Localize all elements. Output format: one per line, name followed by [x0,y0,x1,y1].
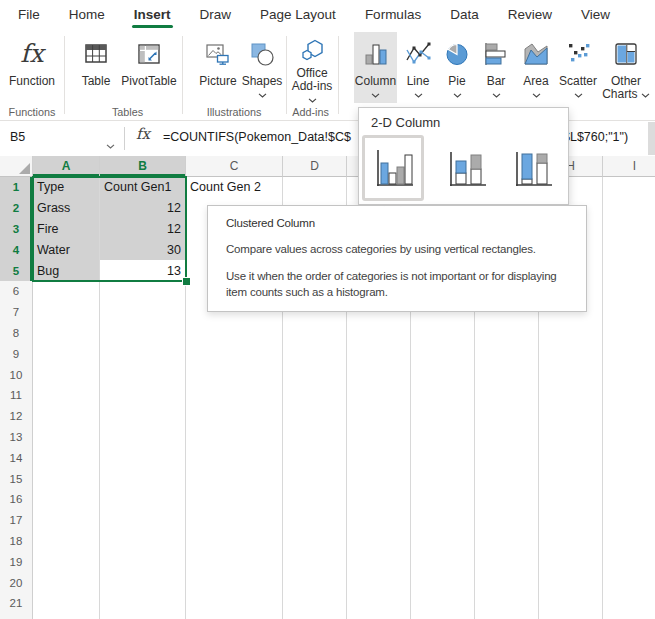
cell-E13[interactable] [347,427,411,449]
name-box-chevron-icon[interactable] [106,135,115,153]
row-header-16[interactable]: 16 [0,489,33,511]
cell-I10[interactable] [603,364,655,386]
cell-A7[interactable] [33,302,100,324]
name-box[interactable]: B5 [0,121,124,155]
cell-E15[interactable] [347,468,411,490]
cell-D16[interactable] [283,489,347,511]
menu-tab-insert[interactable]: Insert [134,0,171,30]
cell-F14[interactable] [411,447,475,469]
cell-B2[interactable]: 12 [100,198,186,220]
cell-F15[interactable] [411,468,475,490]
cell-E11[interactable] [347,385,411,407]
row-header-20[interactable]: 20 [0,572,33,594]
cell-F13[interactable] [411,427,475,449]
bar-chart-button[interactable]: Bar [478,32,514,103]
cell-A1[interactable]: Type [33,177,100,199]
cell-I20[interactable] [603,572,655,594]
row-header-6[interactable]: 6 [0,281,33,303]
cell-D9[interactable] [283,343,347,365]
cell-A5[interactable]: Bug [33,260,100,282]
shapes-button[interactable]: Shapes [240,32,284,103]
table-button[interactable]: Table [71,32,121,103]
formula-input[interactable]: =COUNTIFS(Pokemon_Data!$C$ [163,130,351,144]
menu-tab-home[interactable]: Home [69,0,105,30]
cell-C19[interactable] [186,551,283,573]
cell-A2[interactable]: Grass [33,198,100,220]
cell-H18[interactable] [539,531,603,553]
cell-G13[interactable] [475,427,539,449]
cell-I22[interactable] [603,614,655,619]
cell-A4[interactable]: Water [33,239,100,261]
cell-A8[interactable] [33,323,100,345]
cell-C8[interactable] [186,323,283,345]
cell-G17[interactable] [475,510,539,532]
cell-H15[interactable] [539,468,603,490]
cell-H14[interactable] [539,447,603,469]
cell-E10[interactable] [347,364,411,386]
cell-A15[interactable] [33,468,100,490]
other-charts-button[interactable]: Other Charts [601,32,651,103]
cell-C17[interactable] [186,510,283,532]
cell-C11[interactable] [186,385,283,407]
menu-tab-review[interactable]: Review [508,0,552,30]
cell-B6[interactable] [100,281,186,303]
menu-tab-view[interactable]: View [581,0,610,30]
row-header-11[interactable]: 11 [0,385,33,407]
cell-I1[interactable] [603,177,655,199]
cell-F9[interactable] [411,343,475,365]
cell-G10[interactable] [475,364,539,386]
cell-D10[interactable] [283,364,347,386]
cell-C10[interactable] [186,364,283,386]
cell-C14[interactable] [186,447,283,469]
cell-I16[interactable] [603,489,655,511]
cell-B19[interactable] [100,551,186,573]
cell-C13[interactable] [186,427,283,449]
cell-B22[interactable] [100,614,186,619]
cell-F19[interactable] [411,551,475,573]
cell-I2[interactable] [603,198,655,220]
cell-D22[interactable] [283,614,347,619]
cell-B16[interactable] [100,489,186,511]
cell-A19[interactable] [33,551,100,573]
cell-B15[interactable] [100,468,186,490]
cell-C18[interactable] [186,531,283,553]
cell-E8[interactable] [347,323,411,345]
cell-F18[interactable] [411,531,475,553]
cell-G14[interactable] [475,447,539,469]
cell-F16[interactable] [411,489,475,511]
cell-F20[interactable] [411,572,475,594]
cell-B20[interactable] [100,572,186,594]
cell-H13[interactable] [539,427,603,449]
pivottable-button[interactable]: PivotTable [118,32,180,103]
cell-H21[interactable] [539,593,603,615]
row-header-14[interactable]: 14 [0,447,33,469]
cell-D18[interactable] [283,531,347,553]
cell-I5[interactable] [603,260,655,282]
cell-B17[interactable] [100,510,186,532]
row-header-19[interactable]: 19 [0,551,33,573]
cell-I11[interactable] [603,385,655,407]
row-header-22[interactable]: 22 [0,614,33,619]
picture-button[interactable]: Picture [194,32,242,103]
cell-G9[interactable] [475,343,539,365]
cell-A12[interactable] [33,406,100,428]
cell-A11[interactable] [33,385,100,407]
cell-D19[interactable] [283,551,347,573]
cell-A13[interactable] [33,427,100,449]
insert-function-icon[interactable]: fx [136,125,150,143]
office-addins-button[interactable]: Office Add-ins [289,32,335,103]
line-chart-button[interactable]: Line [400,32,436,103]
cell-D17[interactable] [283,510,347,532]
cell-B10[interactable] [100,364,186,386]
area-chart-button[interactable]: Area [517,32,555,103]
cell-G19[interactable] [475,551,539,573]
cell-B11[interactable] [100,385,186,407]
cell-B1[interactable]: Count Gen1 [100,177,186,199]
row-header-8[interactable]: 8 [0,323,33,345]
cell-H17[interactable] [539,510,603,532]
cell-A18[interactable] [33,531,100,553]
cell-D14[interactable] [283,447,347,469]
cell-A16[interactable] [33,489,100,511]
cell-I4[interactable] [603,239,655,261]
cell-B21[interactable] [100,593,186,615]
